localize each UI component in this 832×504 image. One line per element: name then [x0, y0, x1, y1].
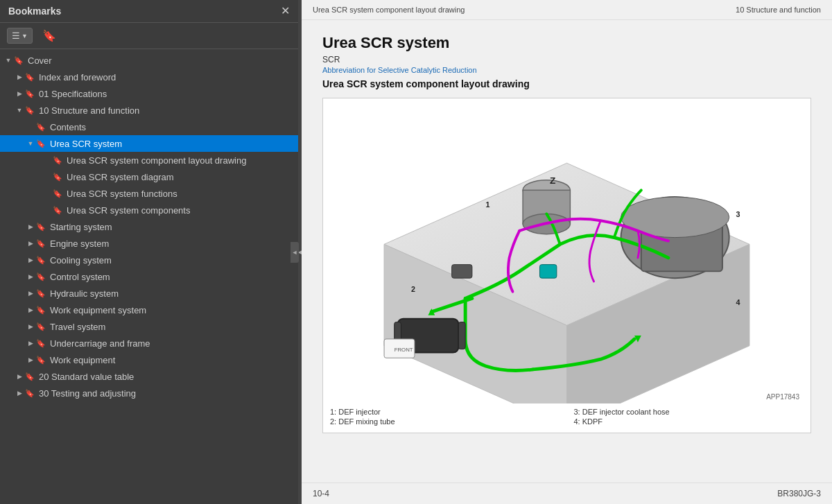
tree-item-specs[interactable]: 🔖01 Specifications: [0, 85, 298, 102]
diagram-svg: Z: [330, 105, 804, 403]
expand-icon-work-equip: [25, 354, 36, 365]
svg-text:3: 3: [736, 210, 740, 218]
tree-item-starting[interactable]: 🔖Starting system: [0, 218, 298, 235]
tree-item-cooling[interactable]: 🔖Cooling system: [0, 252, 298, 268]
collapse-icon-structure: [14, 105, 25, 116]
tree-label-cooling: Cooling system: [50, 255, 295, 266]
expand-icon-travel: [25, 321, 36, 332]
tree-item-workequip-sys[interactable]: 🔖Work equipment system: [0, 302, 298, 318]
bookmark-icon-cover: 🔖: [14, 56, 25, 65]
list-icon: ☰: [12, 31, 20, 41]
bookmark-icon-urea-components: 🔖: [53, 206, 64, 215]
bookmark-icon-standard: 🔖: [25, 372, 36, 381]
tree-item-index[interactable]: 🔖Index and foreword: [0, 69, 298, 85]
doc-breadcrumb: Urea SCR system component layout drawing…: [302, 0, 832, 20]
doc-content[interactable]: Urea SCR system SCR Abbreviation for Sel…: [302, 20, 832, 483]
tree-item-urea-functions[interactable]: 🔖Urea SCR system functions: [0, 185, 298, 202]
bookmark-icon-index: 🔖: [25, 73, 36, 82]
tree-item-urea-layout[interactable]: 🔖Urea SCR system component layout drawin…: [0, 152, 298, 168]
tree-label-structure: 10 Structure and function: [39, 105, 295, 116]
tree-item-standard[interactable]: 🔖20 Standard value table: [0, 368, 298, 385]
right-panel: Urea SCR system component layout drawing…: [302, 0, 832, 504]
bookmark-icon-contents: 🔖: [36, 123, 47, 132]
bookmark-icon-urea-functions: 🔖: [53, 189, 64, 198]
list-view-button[interactable]: ☰ ▼: [7, 28, 33, 44]
svg-rect-14: [458, 322, 465, 349]
document-id: BR380JG-3: [777, 489, 821, 498]
caption-4: 4: KDPF: [574, 417, 804, 426]
svg-text:4: 4: [736, 298, 740, 306]
svg-rect-20: [539, 265, 556, 279]
tree-item-testing[interactable]: 🔖30 Testing and adjusting: [0, 385, 298, 401]
tree-item-work-equip[interactable]: 🔖Work equipment: [0, 351, 298, 368]
tree-item-hydraulic[interactable]: 🔖Hydraulic system: [0, 285, 298, 302]
dropdown-arrow: ▼: [21, 33, 28, 40]
bookmark-icon-cooling: 🔖: [36, 256, 47, 265]
tree-item-urea[interactable]: 🔖Urea SCR system: [0, 135, 298, 152]
subtitle-description: Abbreviation for Selective Catalytic Red…: [322, 66, 811, 74]
svg-text:1: 1: [485, 200, 489, 209]
tree-item-undercarriage[interactable]: 🔖Undercarriage and frame: [0, 335, 298, 351]
tree-label-work-equip: Work equipment: [50, 355, 295, 365]
left-panel: Bookmarks ✕ ☰ ▼ 🔖 🔖Cover🔖Index and forew…: [0, 0, 298, 504]
doc-footer: 10-4 BR380JG-3: [302, 483, 832, 504]
section-title: Urea SCR system component layout drawing: [322, 78, 811, 89]
panel-collapse-handle[interactable]: ◄: [291, 242, 299, 263]
bookmark-icon-work-equip: 🔖: [36, 356, 47, 365]
bookmarks-title: Bookmarks: [8, 6, 61, 17]
bookmark-icon-starting: 🔖: [36, 223, 47, 232]
collapse-icon-urea: [25, 138, 36, 149]
tree-label-urea-components: Urea SCR system components: [67, 205, 295, 216]
bookmark-icon-testing: 🔖: [25, 389, 36, 398]
bookmark-icon-structure: 🔖: [25, 106, 36, 115]
expand-icon-testing: [14, 388, 25, 399]
bookmark-icon-travel: 🔖: [36, 322, 47, 331]
tree-item-cover[interactable]: 🔖Cover: [0, 52, 298, 69]
bookmark-icon-urea-diagram: 🔖: [53, 173, 64, 182]
tree-label-contents: Contents: [50, 122, 295, 132]
bookmark-icon-hydraulic: 🔖: [36, 289, 47, 298]
expand-icon-hydraulic: [25, 288, 36, 299]
bookmark-view-button[interactable]: 🔖: [38, 27, 60, 44]
expand-icon-starting: [25, 221, 36, 232]
tree-label-hydraulic: Hydraulic system: [50, 288, 295, 299]
tree-item-structure[interactable]: 🔖10 Structure and function: [0, 102, 298, 119]
bookmark-icon-specs: 🔖: [25, 89, 36, 98]
svg-text:Z: Z: [550, 175, 555, 186]
bookmark-icon-urea: 🔖: [36, 139, 47, 148]
tree-item-urea-diagram[interactable]: 🔖Urea SCR system diagram: [0, 168, 298, 185]
tree-item-contents[interactable]: 🔖Contents: [0, 119, 298, 135]
tree-label-index: Index and foreword: [39, 72, 295, 82]
expand-icon-control: [25, 271, 36, 282]
tree-item-engine[interactable]: 🔖Engine system: [0, 235, 298, 252]
page-number: 10-4: [313, 489, 329, 498]
bookmarks-header: Bookmarks ✕: [0, 0, 298, 23]
caption-2: 2: DEF mixing tube: [330, 417, 560, 426]
bookmarks-toolbar: ☰ ▼ 🔖: [0, 23, 298, 49]
expand-icon-index: [14, 71, 25, 82]
tree-item-urea-components[interactable]: 🔖Urea SCR system components: [0, 202, 298, 218]
tree-label-undercarriage: Undercarriage and frame: [50, 338, 295, 349]
tree-label-testing: 30 Testing and adjusting: [39, 388, 295, 399]
caption-1: 1: DEF injector: [330, 408, 560, 416]
tree-label-urea: Urea SCR system: [50, 139, 295, 149]
svg-text:FRONT: FRONT: [395, 347, 413, 353]
expand-icon-cooling: [25, 254, 36, 266]
page-title: Urea SCR system: [322, 34, 811, 52]
tree-item-control[interactable]: 🔖Control system: [0, 268, 298, 285]
diagram-container: Z: [322, 98, 811, 433]
expand-icon-workequip-sys: [25, 304, 36, 315]
tree-label-travel: Travel system: [50, 322, 295, 332]
collapse-icon-cover: [3, 55, 14, 66]
collapse-arrow-icon: ◄: [292, 249, 298, 256]
tree-label-control: Control system: [50, 272, 295, 282]
tree-label-workequip-sys: Work equipment system: [50, 305, 295, 315]
tree-label-cover: Cover: [28, 55, 295, 66]
tree-label-specs: 01 Specifications: [39, 89, 295, 99]
bookmark-icon: 🔖: [42, 30, 56, 42]
bookmark-icon-control: 🔖: [36, 272, 47, 281]
close-button[interactable]: ✕: [281, 6, 290, 17]
tree-item-travel[interactable]: 🔖Travel system: [0, 318, 298, 335]
caption-3: 3: DEF injector coolant hose: [574, 408, 804, 416]
expand-icon-engine: [25, 238, 36, 249]
